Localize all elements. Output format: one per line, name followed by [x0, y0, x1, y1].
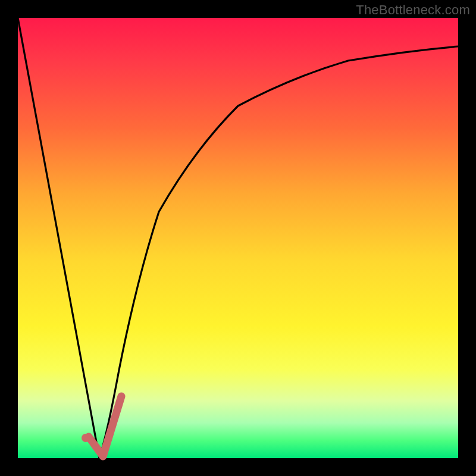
right-curve-line — [99, 46, 458, 458]
watermark-text: TheBottleneck.com — [356, 2, 470, 18]
plot-area — [18, 18, 458, 458]
outer-frame: TheBottleneck.com — [0, 0, 476, 476]
curves-svg — [18, 18, 458, 458]
marker-dot — [82, 434, 90, 442]
left-descent-line — [18, 18, 99, 458]
